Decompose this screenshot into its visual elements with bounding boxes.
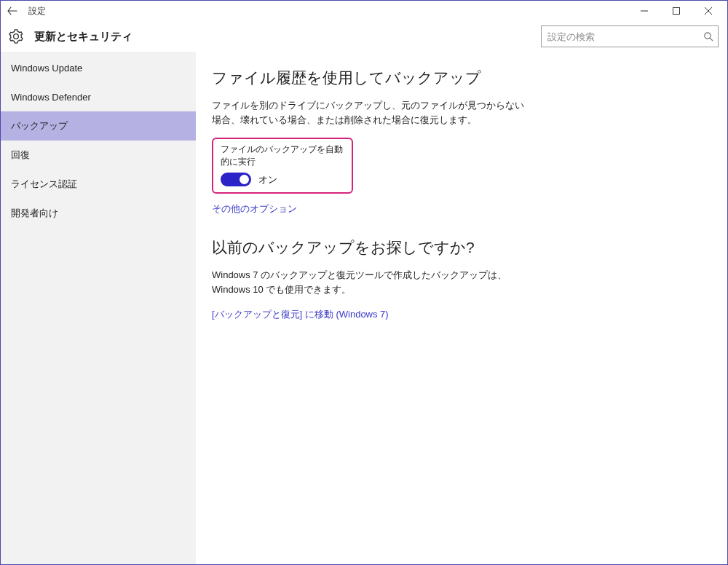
sidebar-item-windows-defender[interactable]: Windows Defender [1,82,196,111]
svg-rect-1 [673,8,680,15]
sidebar-item-activation[interactable]: ライセンス認証 [1,170,196,199]
section-description-previous: Windows 7 のバックアップと復元ツールで作成したバックアップは、Wind… [212,268,532,297]
sidebar-item-windows-update[interactable]: Windows Update [1,53,196,82]
backup-restore-link[interactable]: [バックアップと復元] に移動 (Windows 7) [212,308,389,321]
sidebar-item-label: Windows Defender [11,92,91,103]
svg-point-4 [705,33,711,39]
sidebar-item-label: 開発者向け [11,207,58,220]
sidebar-item-recovery[interactable]: 回復 [1,141,196,170]
window-title: 設定 [28,5,46,17]
titlebar: 設定 [1,1,727,21]
maximize-button[interactable] [660,1,692,21]
page-title: 更新とセキュリティ [34,30,132,44]
more-options-link[interactable]: その他のオプション [212,202,297,216]
sidebar-item-label: ライセンス認証 [11,178,77,191]
toggle-state-label: オン [258,173,277,186]
sidebar-item-label: バックアップ [11,119,68,133]
toggle-label: ファイルのバックアップを自動的に実行 [221,143,344,168]
minimize-button[interactable] [628,1,660,21]
body: Windows Update Windows Defender バックアップ 回… [1,52,727,565]
section-heading-file-history: ファイル履歴を使用してバックアップ [212,68,703,88]
section-description: ファイルを別のドライブにバックアップし、元のファイルが見つからない場合、壊れてい… [212,98,532,127]
auto-backup-setting: ファイルのバックアップを自動的に実行 オン [212,138,353,194]
auto-backup-toggle[interactable] [221,173,251,186]
search-input[interactable] [547,31,703,42]
window-controls [628,1,724,21]
section-heading-previous-backup: 以前のバックアップをお探しですか? [212,237,703,258]
sidebar-item-label: Windows Update [11,63,82,74]
close-button[interactable] [692,1,724,21]
sidebar-item-label: 回復 [11,149,30,162]
page-header: 更新とセキュリティ [1,21,727,52]
search-icon [703,31,713,42]
sidebar: Windows Update Windows Defender バックアップ 回… [1,52,196,565]
sidebar-item-for-developers[interactable]: 開発者向け [1,199,196,228]
svg-line-5 [710,38,713,41]
search-box[interactable] [541,25,719,47]
gear-icon [8,28,24,44]
main-content: ファイル履歴を使用してバックアップ ファイルを別のドライブにバックアップし、元の… [196,52,727,565]
sidebar-item-backup[interactable]: バックアップ [1,111,196,141]
back-button[interactable] [4,2,21,20]
